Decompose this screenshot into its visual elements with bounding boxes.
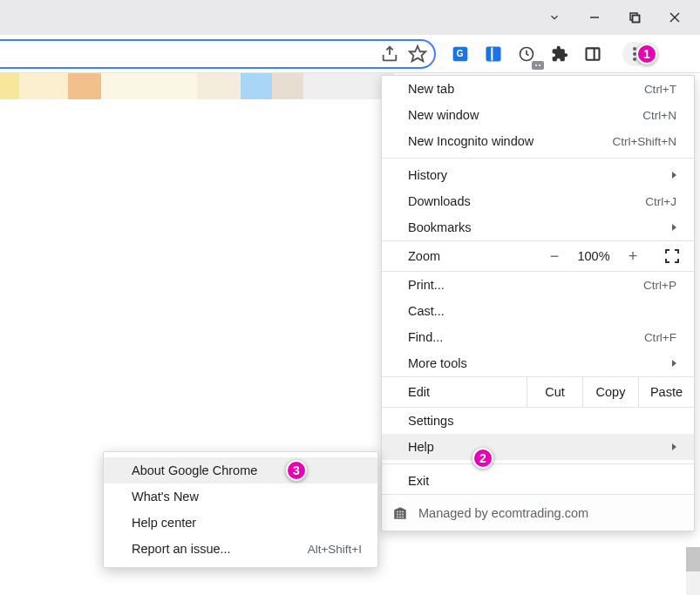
zoom-label: Zoom <box>408 249 537 263</box>
menu-shortcut: Ctrl+N <box>642 109 676 122</box>
menu-cast[interactable]: Cast... <box>382 298 694 324</box>
menu-exit[interactable]: Exit <box>382 468 694 494</box>
menu-downloads[interactable]: Downloads Ctrl+J <box>382 188 694 214</box>
menu-help[interactable]: Help <box>382 434 694 460</box>
zoom-in-button[interactable]: + <box>615 247 650 266</box>
menu-label: New window <box>408 108 642 122</box>
svg-text:G: G <box>457 49 464 58</box>
menu-edit: Edit Cut Copy Paste <box>382 376 694 408</box>
paste-button[interactable]: Paste <box>638 377 694 407</box>
annotation-badge-3: 3 <box>286 460 307 481</box>
menu-zoom: Zoom − 100% + <box>382 240 694 272</box>
svg-rect-2 <box>633 16 640 23</box>
menu-history[interactable]: History <box>382 162 694 188</box>
menu-label: Print... <box>408 278 643 292</box>
menu-label: New Incognito window <box>408 134 612 148</box>
star-icon[interactable] <box>408 44 427 64</box>
sidepanel-icon[interactable] <box>582 44 603 64</box>
menu-new-tab[interactable]: New tab Ctrl+T <box>382 76 694 102</box>
menu-label: Find... <box>408 330 644 344</box>
menu-new-window[interactable]: New window Ctrl+N <box>382 102 694 128</box>
history-icon[interactable] <box>516 44 537 64</box>
scrollbar-thumb[interactable] <box>686 547 700 571</box>
color-swatch <box>101 73 197 99</box>
menu-label: Settings <box>408 414 676 428</box>
menu-new-incognito[interactable]: New Incognito window Ctrl+Shift+N <box>382 128 694 154</box>
submenu-about-chrome[interactable]: About Google Chrome <box>104 457 377 483</box>
submenu-label: About Google Chrome <box>132 463 362 477</box>
menu-find[interactable]: Find... Ctrl+F <box>382 324 694 350</box>
extension-icons: G <box>441 42 647 66</box>
svg-rect-11 <box>587 48 600 59</box>
menu-label: Downloads <box>408 194 645 208</box>
submenu-shortcut: Alt+Shift+I <box>308 543 362 556</box>
close-button[interactable] <box>655 0 695 35</box>
menu-print[interactable]: Print... Ctrl+P <box>382 272 694 298</box>
managed-label: Managed by ecomtrading.com <box>418 506 588 520</box>
menu-settings[interactable]: Settings <box>382 408 694 434</box>
color-swatch <box>272 73 303 99</box>
annotation-badge-1: 1 <box>636 44 657 64</box>
menu-label: Bookmarks <box>408 220 665 234</box>
menu-separator <box>382 463 694 464</box>
menu-label: Exit <box>408 474 676 488</box>
menu-shortcut: Ctrl+Shift+N <box>612 135 676 148</box>
color-swatch <box>19 73 68 99</box>
extension-badge-icon <box>532 61 544 70</box>
menu-label: New tab <box>408 82 644 96</box>
color-swatch <box>241 73 272 99</box>
building-icon <box>392 505 408 521</box>
copy-button[interactable]: Copy <box>582 377 638 407</box>
browser-toolbar: G <box>0 35 700 73</box>
menu-separator <box>382 158 694 159</box>
submenu-whats-new[interactable]: What's New <box>104 483 377 510</box>
menu-bookmarks[interactable]: Bookmarks <box>382 214 694 240</box>
minimize-button[interactable] <box>574 0 615 35</box>
color-swatch <box>0 73 19 99</box>
menu-label: More tools <box>408 356 665 370</box>
svg-point-15 <box>633 57 636 61</box>
fullscreen-button[interactable] <box>650 249 694 263</box>
menu-shortcut: Ctrl+T <box>644 83 676 96</box>
window-titlebar <box>0 0 700 35</box>
menu-label: Cast... <box>408 304 676 318</box>
menu-shortcut: Ctrl+F <box>644 331 676 344</box>
color-swatch <box>197 73 241 99</box>
tab-chevron-icon[interactable] <box>534 0 574 35</box>
menu-shortcut: Ctrl+P <box>643 279 676 292</box>
translate-icon[interactable]: G <box>450 44 471 64</box>
chrome-menu: New tab Ctrl+T New window Ctrl+N New Inc… <box>381 75 695 531</box>
submenu-label: Help center <box>132 516 362 530</box>
menu-label: Help <box>408 440 665 454</box>
cut-button[interactable]: Cut <box>527 377 582 407</box>
menu-label: History <box>408 168 665 182</box>
help-submenu: About Google Chrome What's New Help cent… <box>103 451 378 568</box>
svg-point-13 <box>633 47 636 51</box>
vertical-scrollbar[interactable] <box>686 547 700 595</box>
edit-label: Edit <box>408 385 527 399</box>
svg-rect-9 <box>487 47 500 60</box>
svg-marker-6 <box>410 45 425 60</box>
submenu-label: Report an issue... <box>132 542 308 556</box>
submenu-label: What's New <box>132 490 362 504</box>
menu-managed[interactable]: Managed by ecomtrading.com <box>382 494 694 531</box>
maximize-button[interactable] <box>615 0 655 35</box>
address-bar[interactable] <box>0 39 436 69</box>
zoom-out-button[interactable]: − <box>537 247 572 266</box>
color-swatch <box>68 73 101 99</box>
screenshot-icon[interactable] <box>483 44 504 64</box>
menu-more-tools[interactable]: More tools <box>382 350 694 376</box>
submenu-help-center[interactable]: Help center <box>104 510 377 536</box>
annotation-badge-2: 2 <box>472 448 493 469</box>
menu-shortcut: Ctrl+J <box>645 195 676 208</box>
submenu-report-issue[interactable]: Report an issue... Alt+Shift+I <box>104 536 377 562</box>
extensions-icon[interactable] <box>549 44 570 64</box>
zoom-value: 100% <box>572 249 615 263</box>
share-icon[interactable] <box>380 44 399 64</box>
